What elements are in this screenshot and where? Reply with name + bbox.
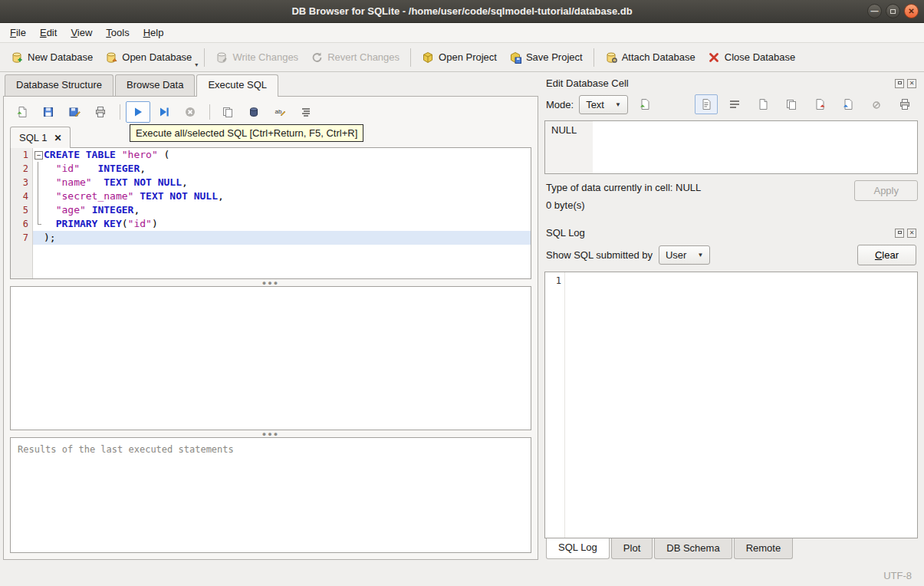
import-cell-icon [814,98,826,110]
float-dock-icon[interactable] [895,229,904,238]
log-filter-select[interactable]: User ▼ [659,245,710,265]
results-message-pane[interactable]: Results of the last executed statements [10,437,531,553]
tab-browse-data[interactable]: Browse Data [115,74,195,96]
format-button[interactable] [294,101,318,123]
find-replace-button[interactable]: ab [268,101,292,123]
splitter-handle[interactable]: ●●● [10,279,531,286]
print-button[interactable] [88,101,113,123]
fold-guide [33,217,44,231]
close-icon[interactable]: ✕ [904,4,919,18]
editor-line[interactable]: 1CREATE TABLE "hero" ( [11,148,531,162]
write-changes-button: Write Changes [209,48,304,67]
open-project-label: Open Project [439,51,497,63]
import-file-button[interactable] [633,94,656,114]
menu-help[interactable]: Help [136,23,171,42]
copy-cell-button[interactable] [780,94,803,114]
float-dock-icon[interactable] [895,79,904,88]
code-text: "secret_name" TEXT NOT NULL, [44,189,224,203]
sql-log-view[interactable]: 1 [544,272,918,538]
open-database-button[interactable]: Open Database [99,48,198,67]
close-dock-icon[interactable]: ✕ [907,79,916,88]
cell-value-editor[interactable]: NULL [544,120,918,174]
new-database-button[interactable]: New Database [5,48,99,67]
database-button[interactable] [242,101,266,123]
maximize-icon[interactable] [886,4,900,18]
open-sql-file-button[interactable] [10,101,35,123]
mode-select[interactable]: Text ▼ [579,95,628,114]
text-mode-icon [700,98,712,110]
close-dock-icon[interactable]: ✕ [907,229,916,238]
execute-line-button[interactable] [152,101,176,123]
tab-sql-log[interactable]: SQL Log [546,538,610,559]
import-file-icon [639,98,651,110]
close-tab-icon[interactable]: ✕ [54,133,61,143]
save-sql-file-button[interactable] [36,101,61,123]
set-null-button[interactable] [865,94,888,114]
print-icon [94,106,107,118]
word-wrap-button[interactable] [723,94,746,114]
sql-log-title: SQL Log [546,227,892,239]
revert-changes-label: Revert Changes [327,51,400,63]
tab-db-schema[interactable]: DB Schema [654,538,732,559]
sql-file-tab[interactable]: SQL 1 ✕ [10,127,71,148]
close-database-icon [708,51,720,64]
execute-all-button[interactable] [126,101,150,123]
left-pane: Database Structure Browse Data Execute S… [0,72,541,565]
attach-database-button[interactable]: Attach Database [599,48,702,67]
menu-tools[interactable]: Tools [99,23,136,42]
open-doc-button[interactable] [751,94,774,114]
fold-marker-icon[interactable] [33,148,44,162]
sql-log-controls: Show SQL submitted by User ▼ Clear [544,242,918,272]
format-icon [300,106,312,118]
titlebar[interactable]: DB Browser for SQLite - /home/user/code/… [0,0,924,23]
tab-plot[interactable]: Plot [611,538,653,559]
result-grid[interactable] [10,286,531,430]
tab-database-structure[interactable]: Database Structure [5,74,113,96]
editor-line[interactable]: 5 "age" INTEGER, [11,203,531,217]
open-database-dropdown-icon[interactable]: ▾ [195,61,198,68]
log-filter-value: User [666,249,686,261]
export-cell-button[interactable] [837,94,860,114]
menu-file[interactable]: File [3,23,33,42]
copy-button[interactable] [215,101,240,123]
save-sql-as-button[interactable] [62,101,87,123]
print-cell-button[interactable] [893,94,916,114]
import-cell-button[interactable] [808,94,831,114]
menu-view[interactable]: View [64,23,99,42]
line-number: 1 [11,148,33,162]
edit-cell-title: Edit Database Cell [546,77,892,89]
editor-line[interactable]: 2 "id" INTEGER, [11,162,531,176]
clear-log-button[interactable]: Clear [857,245,916,265]
revert-changes-button: Revert Changes [304,48,406,67]
splitter-handle[interactable]: ●●● [10,430,531,437]
write-changes-label: Write Changes [232,51,298,63]
main-toolbar: New Database Open Database ▾ Write Chang… [0,43,924,72]
tab-execute-sql[interactable]: Execute SQL [196,74,278,97]
tab-remote[interactable]: Remote [734,538,794,559]
sql-code-editor[interactable]: 1CREATE TABLE "hero" (2 "id" INTEGER,3 "… [10,147,531,279]
open-database-label: Open Database [122,51,192,63]
main-tab-bar: Database Structure Browse Data Execute S… [0,72,541,96]
close-database-button[interactable]: Close Database [702,48,802,67]
toolbar-separator [594,48,594,67]
save-sql-file-icon [42,106,54,118]
sql-log-header: SQL Log ✕ [544,222,918,242]
find-replace-icon: ab [274,106,286,118]
open-project-button[interactable]: Open Project [416,48,503,67]
toolbar-separator [204,48,205,67]
code-text: CREATE TABLE "hero" ( [44,148,169,162]
editor-line[interactable]: 6 PRIMARY KEY("id") [11,217,531,231]
editor-line[interactable]: 4 "secret_name" TEXT NOT NULL, [11,189,531,203]
text-mode-button[interactable] [695,94,718,114]
minimize-icon[interactable]: ― [867,4,882,18]
save-project-button[interactable]: Save Project [503,48,589,67]
editor-line[interactable]: 7); [11,231,531,245]
save-project-label: Save Project [526,51,583,63]
editor-line[interactable]: 3 "name" TEXT NOT NULL, [11,176,531,189]
attach-database-label: Attach Database [622,51,695,63]
mode-label: Mode: [546,99,574,110]
menu-edit[interactable]: Edit [33,23,64,42]
new-database-icon [11,51,23,64]
open-database-icon [105,51,117,64]
attach-database-icon [605,51,617,64]
